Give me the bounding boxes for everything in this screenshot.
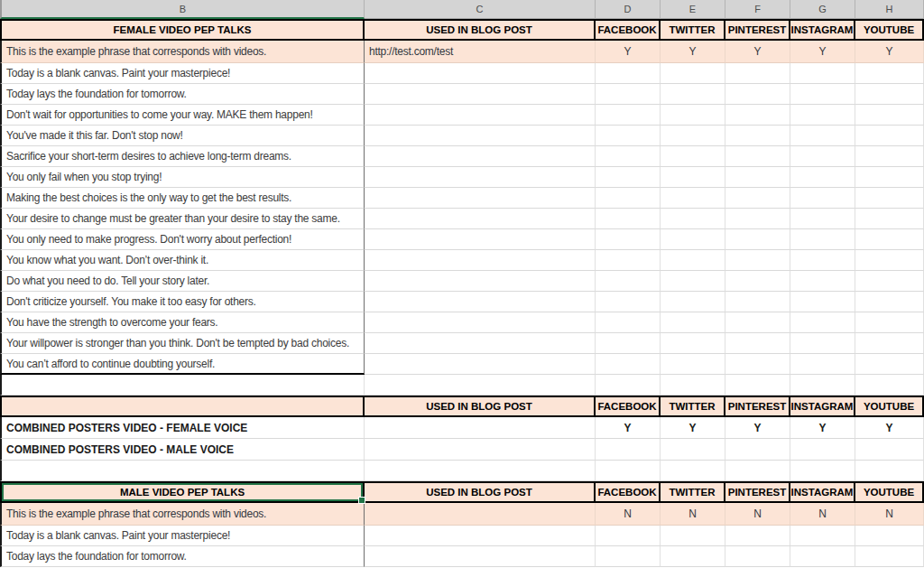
- cell-F-female-example-row[interactable]: Y: [725, 41, 790, 63]
- cell-H-phrase-row-13[interactable]: [855, 312, 924, 333]
- cell-D-combined-female-row[interactable]: Y: [596, 417, 661, 439]
- cell-C-female-header-row[interactable]: USED IN BLOG POST: [365, 19, 596, 41]
- cell-G-spacer-row-1[interactable]: [790, 375, 855, 396]
- cell-H-female-header-row[interactable]: YOUTUBE: [855, 19, 924, 41]
- cell-B-phrase-row-1[interactable]: Today is a blank canvas. Paint your mast…: [0, 63, 365, 84]
- cell-H-phrase-row-1[interactable]: [855, 63, 924, 84]
- cell-C-phrase-row-1[interactable]: [365, 63, 596, 84]
- cell-D-spacer-row-1[interactable]: [596, 375, 661, 396]
- cell-D-phrase-row-11[interactable]: [596, 271, 661, 292]
- cell-H-spacer-row-1[interactable]: [855, 375, 924, 396]
- cell-D-phrase-row-4[interactable]: [596, 126, 661, 146]
- cell-G-combined-female-row[interactable]: Y: [790, 417, 855, 439]
- cell-F-phrase-row-14[interactable]: [725, 333, 790, 354]
- cell-E-phrase-row-4[interactable]: [661, 126, 725, 146]
- cell-D-spacer-row-2[interactable]: [596, 461, 661, 481]
- cell-E-phrase-row-6[interactable]: [661, 167, 725, 188]
- cell-G-phrase-row-14[interactable]: [790, 333, 855, 354]
- cell-B-combined-female-row[interactable]: COMBINED POSTERS VIDEO - FEMALE VOICE: [0, 417, 365, 439]
- cell-G-male-phrase-row-2[interactable]: [790, 546, 855, 567]
- cell-G-combined-header-row[interactable]: INSTAGRAM: [790, 396, 855, 417]
- cell-B-phrase-row-12[interactable]: Don't criticize yourself. You make it to…: [0, 292, 365, 312]
- cell-G-phrase-row-11[interactable]: [790, 271, 855, 292]
- cell-C-male-example-row[interactable]: [365, 503, 596, 526]
- cell-C-combined-header-row[interactable]: USED IN BLOG POST: [365, 396, 596, 417]
- cell-B-phrase-row-2[interactable]: Today lays the foundation for tomorrow.: [0, 84, 365, 105]
- cell-F-phrase-row-8[interactable]: [725, 209, 790, 229]
- cell-B-phrase-row-15[interactable]: You can’t afford to continue doubting yo…: [0, 354, 365, 375]
- cell-D-phrase-row-10[interactable]: [596, 250, 661, 271]
- cell-H-male-example-row[interactable]: N: [855, 503, 924, 526]
- cell-H-phrase-row-7[interactable]: [855, 188, 924, 209]
- cell-E-phrase-row-1[interactable]: [661, 63, 725, 84]
- cell-B-spacer-row-2[interactable]: [0, 461, 365, 481]
- cell-C-phrase-row-6[interactable]: [365, 167, 596, 188]
- cell-F-phrase-row-7[interactable]: [725, 188, 790, 209]
- cell-E-spacer-row-2[interactable]: [661, 461, 725, 481]
- cell-D-phrase-row-13[interactable]: [596, 312, 661, 333]
- cell-F-female-header-row[interactable]: PINTEREST: [725, 19, 790, 41]
- cell-B-phrase-row-9[interactable]: You only need to make progress. Don't wo…: [0, 229, 365, 250]
- cell-H-phrase-row-15[interactable]: [855, 354, 924, 375]
- cell-C-male-header-row[interactable]: USED IN BLOG POST: [365, 481, 596, 503]
- cell-H-phrase-row-6[interactable]: [855, 167, 924, 188]
- cell-G-phrase-row-9[interactable]: [790, 229, 855, 250]
- cell-G-phrase-row-10[interactable]: [790, 250, 855, 271]
- cell-D-phrase-row-2[interactable]: [596, 84, 661, 105]
- column-header-H[interactable]: H: [855, 0, 924, 19]
- cell-H-phrase-row-9[interactable]: [855, 229, 924, 250]
- cell-G-phrase-row-13[interactable]: [790, 312, 855, 333]
- cell-H-combined-male-row[interactable]: [855, 439, 924, 461]
- cell-F-phrase-row-9[interactable]: [725, 229, 790, 250]
- cell-H-phrase-row-4[interactable]: [855, 126, 924, 146]
- cell-B-phrase-row-6[interactable]: You only fail when you stop trying!: [0, 167, 365, 188]
- cell-F-combined-male-row[interactable]: [725, 439, 790, 461]
- cell-H-phrase-row-12[interactable]: [855, 292, 924, 312]
- column-header-F[interactable]: F: [725, 0, 790, 19]
- cell-D-male-example-row[interactable]: N: [596, 503, 661, 526]
- cell-F-combined-female-row[interactable]: Y: [725, 417, 790, 439]
- cell-F-phrase-row-1[interactable]: [725, 63, 790, 84]
- cell-G-female-example-row[interactable]: Y: [790, 41, 855, 63]
- cell-D-phrase-row-14[interactable]: [596, 333, 661, 354]
- cell-C-male-phrase-row-2[interactable]: [365, 546, 596, 567]
- cell-E-phrase-row-2[interactable]: [661, 84, 725, 105]
- cell-C-male-phrase-row-1[interactable]: [365, 526, 596, 546]
- cell-H-male-header-row[interactable]: YOUTUBE: [855, 481, 924, 503]
- cell-D-phrase-row-7[interactable]: [596, 188, 661, 209]
- cell-B-phrase-row-7[interactable]: Making the best choices is the only way …: [0, 188, 365, 209]
- cell-F-combined-header-row[interactable]: PINTEREST: [725, 396, 790, 417]
- cell-E-phrase-row-15[interactable]: [661, 354, 725, 375]
- cell-F-phrase-row-10[interactable]: [725, 250, 790, 271]
- cell-F-male-phrase-row-2[interactable]: [725, 546, 790, 567]
- cell-H-phrase-row-2[interactable]: [855, 84, 924, 105]
- cell-B-male-example-row[interactable]: This is the example phrase that correspo…: [0, 503, 365, 526]
- cell-G-combined-male-row[interactable]: [790, 439, 855, 461]
- cell-G-phrase-row-12[interactable]: [790, 292, 855, 312]
- column-header-E[interactable]: E: [661, 0, 725, 19]
- cell-F-phrase-row-6[interactable]: [725, 167, 790, 188]
- cell-B-phrase-row-4[interactable]: You've made it this far. Don't stop now!: [0, 126, 365, 146]
- cell-E-combined-male-row[interactable]: [661, 439, 725, 461]
- cell-F-phrase-row-3[interactable]: [725, 105, 790, 126]
- cell-C-phrase-row-8[interactable]: [365, 209, 596, 229]
- cell-D-combined-header-row[interactable]: FACEBOOK: [596, 396, 661, 417]
- cell-B-female-header-row[interactable]: FEMALE VIDEO PEP TALKS: [0, 19, 365, 41]
- cell-D-phrase-row-3[interactable]: [596, 105, 661, 126]
- cell-E-phrase-row-14[interactable]: [661, 333, 725, 354]
- cell-C-female-example-row[interactable]: http://test.com/test: [365, 41, 596, 63]
- cell-B-phrase-row-3[interactable]: Don't wait for opportunities to come you…: [0, 105, 365, 126]
- cell-B-phrase-row-5[interactable]: Sacrifice your short-term desires to ach…: [0, 146, 365, 167]
- cell-E-phrase-row-3[interactable]: [661, 105, 725, 126]
- cell-E-phrase-row-13[interactable]: [661, 312, 725, 333]
- cell-D-male-phrase-row-1[interactable]: [596, 526, 661, 546]
- cell-G-male-header-row[interactable]: INSTAGRAM: [790, 481, 855, 503]
- cell-G-phrase-row-6[interactable]: [790, 167, 855, 188]
- cell-D-male-phrase-row-2[interactable]: [596, 546, 661, 567]
- cell-C-phrase-row-7[interactable]: [365, 188, 596, 209]
- cell-E-spacer-row-1[interactable]: [661, 375, 725, 396]
- cell-D-phrase-row-6[interactable]: [596, 167, 661, 188]
- cell-C-phrase-row-15[interactable]: [365, 354, 596, 375]
- cell-D-male-header-row[interactable]: FACEBOOK: [596, 481, 661, 503]
- cell-D-combined-male-row[interactable]: [596, 439, 661, 461]
